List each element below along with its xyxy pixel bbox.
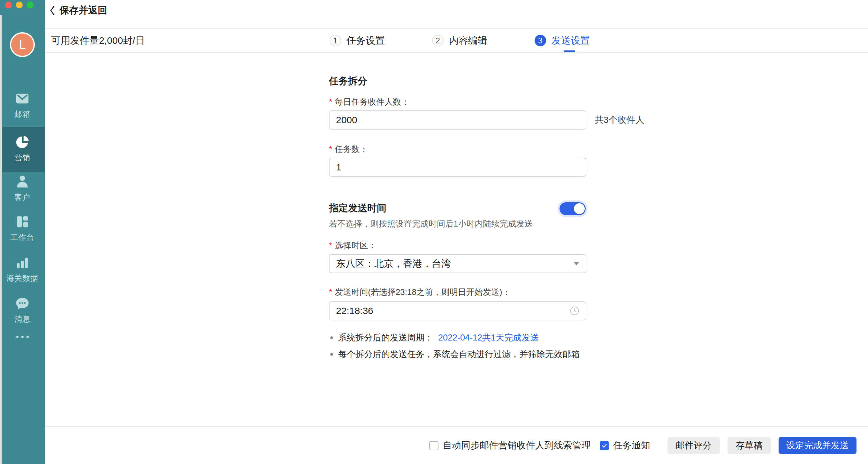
sidebar: L 邮箱营销客户工作台海关数据消息 bbox=[0, 0, 45, 464]
zoom-window-button[interactable] bbox=[27, 2, 34, 8]
sidebar-item-label: 邮箱 bbox=[0, 109, 45, 119]
pie-chart-icon bbox=[15, 135, 30, 150]
required-mark: * bbox=[329, 287, 332, 297]
sidebar-item-label: 营销 bbox=[0, 153, 45, 163]
step-label: 发送设置 bbox=[552, 34, 590, 47]
sidebar-item-label: 客户 bbox=[0, 192, 45, 202]
sync-to-leads-checkbox[interactable] bbox=[429, 441, 438, 450]
step-number-badge: 3 bbox=[535, 35, 546, 46]
wizard-header: 可用发件量2,000封/日 1任务设置2内容编辑3发送设置 bbox=[45, 29, 868, 53]
step-label: 内容编辑 bbox=[449, 34, 487, 47]
sidebar-item-label: 工作台 bbox=[0, 232, 45, 242]
step-label: 任务设置 bbox=[346, 34, 385, 47]
sync-to-leads-label: 自动同步邮件营销收件人到线索管理 bbox=[443, 439, 591, 452]
task-notify-checkbox-group[interactable]: 任务通知 bbox=[600, 439, 650, 452]
save-and-return-button[interactable]: 保存并返回 bbox=[49, 4, 107, 17]
sidebar-item-label: 消息 bbox=[0, 314, 45, 324]
required-mark: * bbox=[329, 144, 332, 154]
send-cycle-link[interactable]: 2022-04-12共1天完成发送 bbox=[438, 332, 539, 343]
chat-icon bbox=[15, 296, 30, 311]
timezone-select[interactable]: 东八区：北京，香港，台湾 bbox=[329, 254, 586, 273]
footer-buttons: 邮件评分存草稿设定完成并发送 bbox=[658, 437, 857, 454]
window-controls bbox=[5, 2, 34, 8]
task-count-label: *任务数： bbox=[329, 143, 368, 155]
grid-icon bbox=[15, 214, 30, 229]
send-note: 每个拆分后的发送任务，系统会自动进行过滤，并筛除无效邮箱 bbox=[330, 349, 580, 360]
topbar: 保存并返回 bbox=[45, 0, 868, 29]
recipients-per-day-label: *每日任务收件人数： bbox=[329, 96, 409, 107]
avatar[interactable]: L bbox=[10, 32, 35, 57]
email-score-button[interactable]: 邮件评分 bbox=[668, 437, 720, 454]
sidebar-item-mailbox[interactable]: 邮箱 bbox=[0, 91, 45, 119]
section-title-task-split: 任务拆分 bbox=[329, 75, 367, 88]
send-quota-text: 可用发件量2,000封/日 bbox=[51, 29, 145, 52]
clock-icon bbox=[570, 306, 579, 316]
bullet-dot-icon bbox=[330, 336, 333, 339]
finish-and-send-button[interactable]: 设定完成并发送 bbox=[779, 437, 857, 454]
active-step-underline bbox=[564, 51, 575, 52]
sidebar-item-customers[interactable]: 客户 bbox=[0, 174, 45, 202]
required-mark: * bbox=[329, 97, 332, 107]
send-time-description: 若不选择，则按照设置完成时间后1小时内陆续完成发送 bbox=[329, 218, 533, 229]
send-note: 系统拆分后的发送周期：2022-04-12共1天完成发送 bbox=[330, 332, 539, 343]
task-notify-checkbox[interactable] bbox=[600, 441, 609, 450]
send-time-value: 22:18:36 bbox=[336, 305, 373, 316]
step-number-badge: 2 bbox=[432, 35, 443, 46]
window-edge bbox=[0, 15, 2, 464]
sync-to-leads-checkbox-group[interactable]: 自动同步邮件营销收件人到线索管理 bbox=[429, 439, 591, 452]
required-mark: * bbox=[329, 241, 332, 250]
sidebar-more-button[interactable] bbox=[0, 336, 45, 338]
check-icon bbox=[601, 442, 608, 449]
wizard-step-1[interactable]: 1任务设置 bbox=[330, 34, 385, 47]
timezone-label: *选择时区： bbox=[329, 240, 376, 251]
timezone-selected-value: 东八区：北京，香港，台湾 bbox=[336, 257, 451, 270]
send-time-input[interactable]: 22:18:36 bbox=[329, 301, 586, 321]
sidebar-item-customs-data[interactable]: 海关数据 bbox=[0, 255, 45, 284]
wizard-steps: 1任务设置2内容编辑3发送设置 bbox=[330, 29, 590, 52]
minimize-window-button[interactable] bbox=[16, 2, 23, 8]
bar-chart-icon bbox=[15, 255, 30, 270]
close-window-button[interactable] bbox=[5, 2, 12, 8]
recipients-per-day-input[interactable] bbox=[329, 110, 586, 130]
more-dots-icon bbox=[16, 336, 19, 338]
send-time-label: *发送时间(若选择23:18之前，则明日开始发送)： bbox=[329, 287, 510, 298]
bullet-dot-icon bbox=[330, 353, 333, 356]
bottom-action-bar: 自动同步邮件营销收件人到线索管理 任务通知 邮件评分存草稿设定完成并发送 bbox=[45, 426, 868, 464]
caret-down-icon bbox=[574, 262, 579, 266]
sidebar-item-label: 海关数据 bbox=[0, 273, 45, 284]
note-text: 系统拆分后的发送周期： bbox=[338, 332, 433, 343]
wizard-step-2[interactable]: 2内容编辑 bbox=[432, 34, 487, 47]
task-notify-label: 任务通知 bbox=[613, 439, 650, 452]
avatar-initial: L bbox=[19, 38, 26, 52]
note-text: 每个拆分后的发送任务，系统会自动进行过滤，并筛除无效邮箱 bbox=[338, 349, 580, 360]
recipients-count-hint: 共3个收件人 bbox=[595, 110, 645, 130]
person-icon bbox=[15, 174, 30, 189]
chevron-left-icon bbox=[49, 5, 56, 16]
app-window: L 邮箱营销客户工作台海关数据消息 保存并返回 可用发件量2,000封/日 1任… bbox=[0, 0, 868, 464]
toggle-knob bbox=[574, 203, 585, 214]
back-label: 保存并返回 bbox=[59, 4, 107, 17]
sidebar-item-workbench[interactable]: 工作台 bbox=[0, 214, 45, 242]
step-number-badge: 1 bbox=[330, 35, 341, 46]
specify-send-time-toggle[interactable] bbox=[559, 202, 586, 215]
task-count-input[interactable] bbox=[329, 158, 586, 177]
mail-icon bbox=[15, 91, 30, 106]
sidebar-item-messages[interactable]: 消息 bbox=[0, 296, 45, 324]
sidebar-item-marketing[interactable]: 营销 bbox=[0, 127, 45, 172]
wizard-step-3[interactable]: 3发送设置 bbox=[535, 34, 590, 47]
save-draft-button[interactable]: 存草稿 bbox=[727, 437, 771, 454]
section-title-send-time: 指定发送时间 bbox=[329, 202, 386, 215]
